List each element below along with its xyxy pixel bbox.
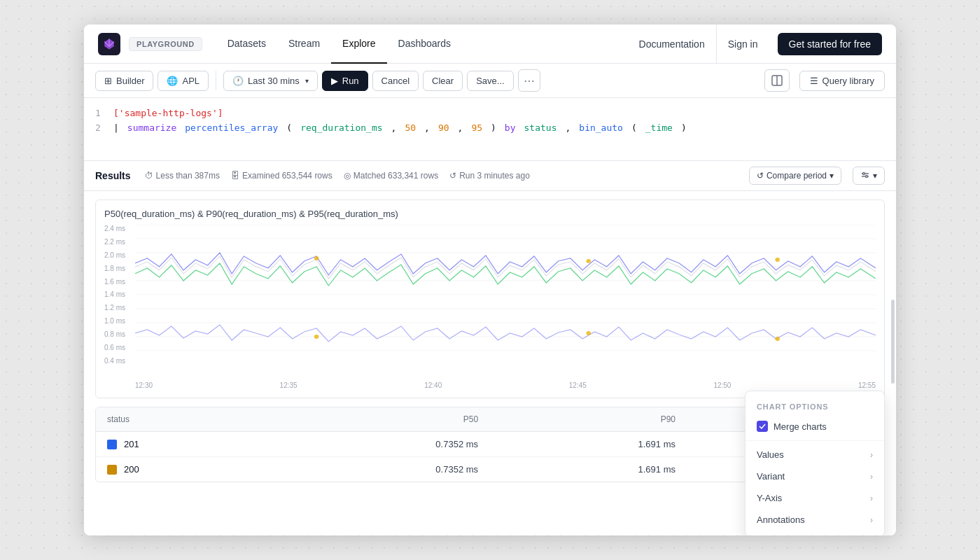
y-label-8: 0.8 ms — [104, 330, 135, 338]
query-library-label: Query library — [822, 76, 874, 86]
main-content: P50(req_duration_ms) & P90(req_duration_… — [84, 191, 896, 536]
chart-svg — [135, 225, 876, 365]
save-label: Save... — [476, 76, 504, 86]
results-label: Results — [95, 170, 131, 181]
svg-point-16 — [314, 335, 318, 339]
compare-arrow-icon: ▾ — [830, 171, 834, 181]
chart-title: P50(req_duration_ms) & P90(req_duration_… — [104, 209, 876, 219]
clock-icon: 🕐 — [232, 76, 244, 86]
y-axis-labels: 2.4 ms 2.2 ms 2.0 ms 1.8 ms 1.6 ms 1.4 m… — [104, 225, 135, 365]
nav-documentation[interactable]: Documentation — [628, 24, 716, 64]
nav-dashboards[interactable]: Dashboards — [387, 24, 463, 64]
p50-cell-1: 0.7352 ms — [275, 457, 489, 482]
apl-button[interactable]: 🌐 APL — [158, 71, 209, 91]
code-line-1: 1 ['sample-http-logs'] — [95, 106, 885, 121]
p50-cell-0: 0.7352 ms — [275, 432, 489, 457]
run-icon: ▶ — [331, 76, 338, 86]
svg-point-19 — [314, 256, 318, 260]
checkmark-icon — [759, 424, 766, 429]
scroll-indicator — [891, 300, 895, 384]
rows-matched-text: Matched 633,341 rows — [354, 171, 438, 181]
chart-area: 2.4 ms 2.2 ms 2.0 ms 1.8 ms 1.6 ms 1.4 m… — [104, 225, 876, 379]
x-axis-labels: 12:30 12:35 12:40 12:45 12:50 12:55 — [104, 382, 876, 389]
col-header-p90: P90 — [489, 407, 687, 432]
chevron-right-4-icon: › — [870, 515, 873, 525]
annotations-item[interactable]: Annotations › — [746, 509, 884, 531]
code-comma1: , — [391, 121, 397, 136]
builder-label: Builder — [116, 76, 144, 86]
merge-charts-item[interactable]: Merge charts — [746, 415, 884, 438]
x-label-3: 12:45 — [569, 382, 587, 389]
code-comma2: , — [424, 121, 430, 136]
nav-stream[interactable]: Stream — [277, 24, 331, 64]
panel-icon — [771, 75, 783, 86]
code-param1: req_duration_ms — [300, 121, 382, 136]
x-label-2: 12:40 — [424, 382, 442, 389]
toolbar-separator-1 — [216, 71, 216, 90]
svg-point-20 — [587, 259, 591, 263]
query-library-button[interactable]: ☰ Query library — [799, 71, 885, 91]
merge-charts-checkbox[interactable] — [757, 421, 768, 432]
dropdown-arrow-icon: ▾ — [305, 77, 309, 85]
values-item[interactable]: Values › — [746, 444, 884, 465]
status-dot-1 — [107, 465, 117, 475]
code-comma4: , — [565, 121, 570, 136]
save-button[interactable]: Save... — [467, 71, 513, 91]
code-paren2-open: ( — [631, 121, 637, 136]
code-string-1: ['sample-http-logs'] — [113, 106, 223, 121]
chevron-right-2-icon: › — [870, 472, 873, 482]
more-icon: ⋯ — [524, 74, 535, 88]
code-pipe: | — [113, 121, 119, 136]
compare-period-button[interactable]: ↺ Compare period ▾ — [749, 167, 841, 185]
sliders-icon — [860, 171, 870, 181]
chart-options-popup: Chart options Merge charts Values › Vari… — [745, 391, 885, 536]
time-meta-text: Less than 387ms — [156, 171, 220, 181]
panel-toggle-button[interactable] — [764, 69, 790, 92]
playground-badge: PLAYGROUND — [129, 37, 202, 51]
nav-links: Datasets Stream Explore Dashboards — [216, 24, 628, 64]
y-label-3: 1.8 ms — [104, 265, 135, 272]
status-dot-0 — [107, 440, 117, 449]
nav-datasets[interactable]: Datasets — [216, 24, 277, 64]
builder-button[interactable]: ⊞ Builder — [95, 71, 153, 91]
x-label-1: 12:35 — [280, 382, 298, 389]
popup-divider-1 — [746, 440, 884, 441]
code-editor[interactable]: 1 ['sample-http-logs'] 2 | summarize per… — [84, 98, 896, 161]
nav-explore[interactable]: Explore — [331, 24, 386, 64]
filter-button[interactable]: ▾ — [853, 167, 885, 185]
timer-icon: ⏱ — [145, 171, 153, 181]
filter-icon: ◎ — [344, 171, 351, 181]
time-range-button[interactable]: 🕐 Last 30 mins ▾ — [223, 71, 318, 91]
clear-button[interactable]: Clear — [423, 71, 463, 91]
compare-period-label: Compare period — [766, 171, 827, 181]
code-num95: 95 — [471, 121, 482, 136]
y-label-9: 0.6 ms — [104, 344, 135, 351]
db-icon: 🗄 — [231, 171, 239, 181]
svg-point-18 — [775, 337, 779, 341]
y-label-1: 2.2 ms — [104, 238, 135, 246]
x-label-5: 12:55 — [858, 382, 876, 389]
y-axis-item[interactable]: Y-Axis › — [746, 487, 884, 509]
merge-charts-label: Merge charts — [774, 421, 827, 432]
code-num50: 50 — [405, 121, 416, 136]
cancel-button[interactable]: Cancel — [372, 71, 419, 91]
code-status: status — [524, 121, 557, 136]
code-func: percentiles_array — [185, 121, 278, 136]
run-ago-text: Run 3 minutes ago — [459, 171, 530, 181]
p90-cell-0: 1.691 ms — [489, 432, 687, 457]
col-header-p50: P50 — [275, 407, 489, 432]
more-options-button[interactable]: ⋯ — [518, 69, 540, 92]
code-comma3: , — [458, 121, 463, 136]
nav-signin[interactable]: Sign in — [716, 24, 769, 64]
y-label-6: 1.2 ms — [104, 304, 135, 312]
results-run-ago: ↺ Run 3 minutes ago — [449, 171, 530, 181]
y-axis-label: Y-Axis — [757, 493, 782, 503]
status-cell-0: 201 — [96, 432, 275, 457]
chevron-down-icon: ▾ — [873, 171, 877, 181]
variant-item[interactable]: Variant › — [746, 465, 884, 487]
results-rows-examined: 🗄 Examined 653,544 rows — [231, 171, 332, 181]
run-button[interactable]: ▶ Run — [322, 71, 368, 91]
svg-point-17 — [587, 331, 591, 335]
get-started-button[interactable]: Get started for free — [778, 33, 883, 55]
p90-cell-1: 1.691 ms — [489, 457, 687, 482]
